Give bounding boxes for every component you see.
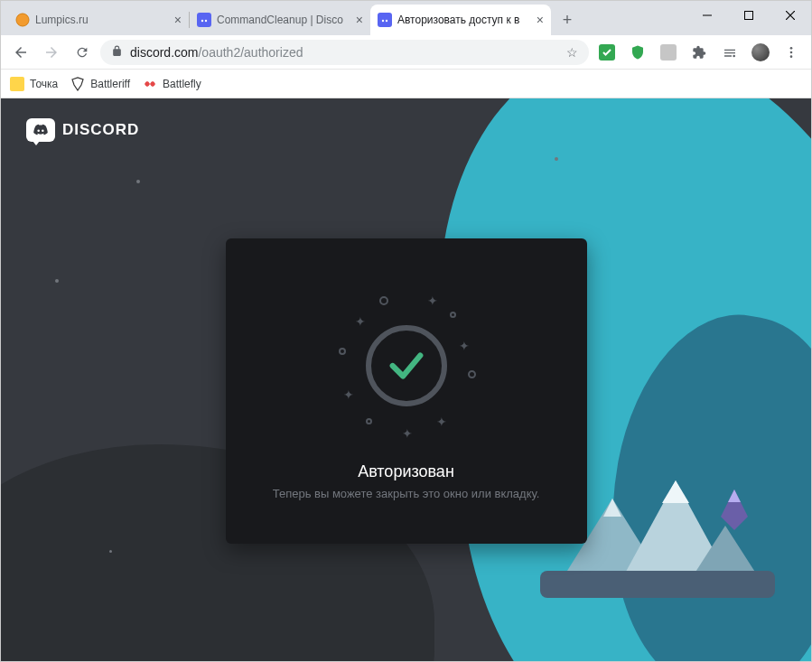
svg-rect-5	[378, 13, 392, 27]
close-icon[interactable]: ×	[174, 13, 182, 27]
tab-strip: Lumpics.ru × CommandCleanup | Disco × Ав…	[8, 5, 580, 35]
profile-avatar[interactable]	[748, 40, 773, 65]
tab-lumpics[interactable]: Lumpics.ru ×	[8, 5, 189, 35]
browser-window: Lumpics.ru × CommandCleanup | Disco × Ав…	[0, 0, 812, 662]
bookmark-label: Battleriff	[90, 78, 130, 90]
bg-star	[136, 180, 140, 183]
svg-point-16	[790, 51, 793, 53]
star-icon[interactable]: ☆	[566, 45, 578, 60]
maximize-button[interactable]	[728, 1, 770, 30]
window-controls	[686, 1, 811, 30]
ext-shield-icon[interactable]	[625, 40, 650, 65]
svg-rect-24	[540, 571, 775, 598]
discord-wordmark: DISCORD	[62, 121, 139, 139]
bookmark-icon	[10, 77, 24, 91]
bookmark-icon	[70, 77, 85, 91]
svg-point-17	[790, 55, 793, 58]
bookmark-battleriff[interactable]: Battleriff	[70, 77, 130, 91]
bookmark-label: Battlefly	[163, 78, 201, 90]
bg-star	[109, 550, 112, 553]
reload-button[interactable]	[70, 40, 95, 65]
authorized-card: ✦ ✦ ✦ ✦ ✦ ✦ Авторизован Теперь вы можете…	[226, 238, 587, 544]
titlebar: Lumpics.ru × CommandCleanup | Disco × Ав…	[1, 1, 811, 35]
svg-point-15	[790, 47, 793, 50]
svg-point-3	[201, 20, 203, 22]
check-circle-icon	[366, 325, 447, 406]
media-icon[interactable]	[717, 40, 742, 65]
favicon-discord	[197, 13, 211, 27]
url-path: /oauth2/authorized	[198, 45, 303, 60]
url-domain: discord.com	[130, 45, 198, 60]
address-bar[interactable]: discord.com/oauth2/authorized ☆	[100, 40, 589, 65]
discord-logo: DISCORD	[26, 118, 139, 142]
svg-marker-22	[662, 480, 689, 503]
bookmarks-bar: Точка Battleriff Battlefly	[1, 70, 811, 98]
menu-icon[interactable]	[779, 40, 804, 65]
close-icon[interactable]: ×	[356, 13, 363, 27]
authorized-title: Авторизован	[247, 462, 565, 481]
svg-rect-18	[10, 77, 24, 91]
check-illustration: ✦ ✦ ✦ ✦ ✦ ✦	[330, 289, 483, 443]
tab-authorize[interactable]: Авторизовать доступ к в ×	[370, 5, 551, 35]
svg-rect-13	[660, 44, 677, 61]
svg-point-14	[733, 54, 735, 57]
toolbar: discord.com/oauth2/authorized ☆	[1, 35, 811, 70]
svg-point-27	[37, 130, 39, 132]
bookmark-battlefly[interactable]: Battlefly	[143, 77, 201, 91]
svg-point-6	[382, 20, 384, 22]
bookmark-tochka[interactable]: Точка	[10, 77, 58, 91]
svg-point-4	[205, 20, 207, 22]
ext-grey-icon[interactable]	[656, 40, 681, 65]
close-icon[interactable]: ×	[537, 13, 544, 27]
minimize-button[interactable]	[686, 1, 728, 30]
url-text: discord.com/oauth2/authorized	[130, 45, 559, 60]
bg-star	[555, 157, 558, 161]
svg-rect-9	[745, 12, 753, 20]
svg-marker-20	[603, 499, 621, 517]
ext-adblock-icon[interactable]	[594, 40, 620, 65]
svg-point-7	[386, 20, 387, 22]
tab-label: CommandCleanup | Disco	[217, 14, 350, 26]
bg-star	[55, 279, 59, 283]
tab-label: Lumpics.ru	[35, 14, 169, 26]
favicon-discord	[378, 13, 392, 27]
close-window-button[interactable]	[770, 1, 811, 30]
tab-commandcleanup[interactable]: CommandCleanup | Disco ×	[190, 5, 370, 35]
svg-rect-2	[197, 13, 211, 27]
forward-button[interactable]	[39, 40, 64, 65]
tab-label: Авторизовать доступ к в	[397, 14, 531, 26]
svg-marker-26	[728, 490, 741, 502]
page-viewport: DISCORD ✦ ✦ ✦ ✦ ✦ ✦ Авторизован Тепе	[1, 98, 811, 661]
discord-icon	[26, 118, 55, 142]
new-tab-button[interactable]: +	[555, 7, 580, 33]
lock-icon	[111, 45, 123, 60]
favicon-lumpics	[15, 13, 30, 27]
authorized-subtitle: Теперь вы можете закрыть это окно или вк…	[247, 487, 565, 500]
bookmark-label: Точка	[30, 78, 58, 90]
extensions-icon[interactable]	[686, 40, 712, 65]
svg-point-28	[42, 130, 43, 132]
bookmark-icon	[143, 77, 157, 91]
back-button[interactable]	[8, 40, 33, 65]
